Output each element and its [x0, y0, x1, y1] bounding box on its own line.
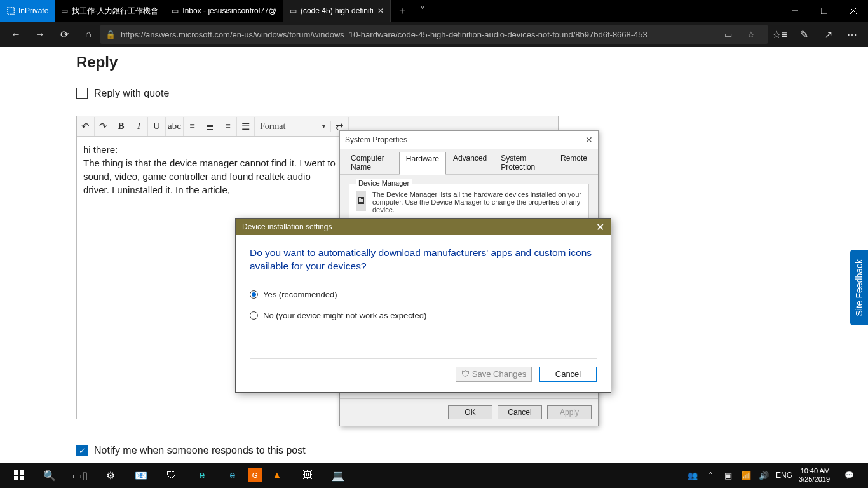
- editor-line: The thing is that the device manager can…: [83, 156, 337, 196]
- device-manager-fieldset: Device Manager 🖥 The Device Manager list…: [349, 184, 589, 220]
- device-installation-titlebar[interactable]: Device installation settings ✕: [236, 219, 611, 235]
- new-tab-button[interactable]: ＋: [391, 0, 414, 22]
- cancel-button[interactable]: Cancel: [539, 367, 597, 382]
- home-button[interactable]: ⌂: [76, 22, 100, 47]
- edge-icon[interactable]: e: [187, 463, 217, 488]
- align-center-button[interactable]: ≣: [201, 117, 219, 136]
- tab-page-icon: ▭: [290, 6, 297, 15]
- save-changes-button[interactable]: 🛡 Save Changes: [456, 367, 532, 382]
- tab-remote[interactable]: Remote: [553, 151, 594, 174]
- bullet-list-button[interactable]: ☰: [237, 117, 255, 136]
- search-button[interactable]: 🔍: [34, 463, 65, 488]
- maximize-button[interactable]: [810, 0, 839, 22]
- underline-button[interactable]: U: [148, 117, 166, 136]
- start-button[interactable]: [4, 463, 34, 488]
- tab-page-icon: ▭: [61, 6, 68, 15]
- language-indicator[interactable]: ENG: [776, 471, 792, 480]
- radio-label: No (your device might not work as expect…: [263, 311, 426, 320]
- chevron-up-icon[interactable]: ˄: [705, 471, 716, 480]
- tab-page-icon: ▭: [172, 6, 179, 15]
- strikethrough-button[interactable]: abc: [166, 117, 184, 136]
- ok-button[interactable]: OK: [448, 405, 492, 419]
- tab-bar: InPrivate ▭找工作-人力銀行工作機會 ▭Inbox - jesusis…: [0, 0, 868, 22]
- align-right-button[interactable]: ≡: [219, 117, 237, 136]
- action-center-icon[interactable]: 💬: [836, 463, 862, 488]
- ie-icon[interactable]: e: [217, 463, 248, 488]
- tab-computer-name[interactable]: Computer Name: [344, 151, 399, 174]
- tab-label: 找工作-人力銀行工作機會: [72, 6, 158, 17]
- radio-icon[interactable]: [250, 311, 258, 320]
- site-feedback-tab[interactable]: Site Feedback: [850, 250, 868, 325]
- svg-rect-0: [8, 8, 15, 15]
- security-icon[interactable]: 🛡: [156, 463, 187, 488]
- date-text: 3/25/2019: [799, 475, 830, 484]
- radio-icon[interactable]: [250, 290, 258, 299]
- reading-view-icon[interactable]: ▭: [717, 30, 740, 39]
- more-icon[interactable]: ⋯: [840, 22, 864, 47]
- notify-checkbox[interactable]: ✓: [76, 445, 88, 456]
- cancel-button[interactable]: Cancel: [498, 405, 542, 419]
- browser-chrome: InPrivate ▭找工作-人力銀行工作機會 ▭Inbox - jesusis…: [0, 0, 868, 47]
- device-manager-text: The Device Manager lists all the hardwar…: [372, 191, 582, 214]
- apply-button[interactable]: Apply: [547, 405, 592, 419]
- lock-icon: 🔒: [105, 30, 116, 39]
- gom-icon[interactable]: G: [248, 468, 262, 482]
- system-tray: 👥 ˄ ▣ 📶 🔊 ENG 10:40 AM 3/25/2019 💬: [687, 463, 864, 488]
- close-icon[interactable]: ✕: [596, 221, 604, 233]
- wifi-icon[interactable]: 📶: [740, 471, 752, 480]
- address-bar[interactable]: 🔒 https://answers.microsoft.com/en-us/wi…: [100, 25, 768, 44]
- tab-system-protection[interactable]: System Protection: [494, 151, 553, 174]
- settings-icon[interactable]: ⚙: [95, 463, 126, 488]
- dialog-title: System Properties: [345, 135, 407, 144]
- tab-0[interactable]: ▭找工作-人力銀行工作機會: [55, 0, 165, 22]
- close-button[interactable]: [839, 0, 868, 22]
- close-icon[interactable]: ✕: [585, 135, 593, 145]
- favorites-hub-icon[interactable]: ☆≡: [768, 22, 792, 47]
- redo-button[interactable]: ↷: [95, 117, 112, 136]
- address-row: ← → ⟳ ⌂ 🔒 https://answers.microsoft.com/…: [0, 22, 868, 47]
- undo-button[interactable]: ↶: [77, 117, 95, 136]
- app-icon-2[interactable]: 💻: [323, 463, 353, 488]
- tab-label: Inbox - jesusisincontrol77@: [182, 6, 276, 15]
- format-select[interactable]: Format: [255, 121, 331, 132]
- notify-row[interactable]: ✓ Notify me when someone responds to thi…: [76, 445, 792, 456]
- tab-hardware[interactable]: Hardware: [399, 152, 446, 175]
- radio-label: Yes (recommended): [263, 290, 337, 299]
- radio-yes[interactable]: Yes (recommended): [250, 290, 597, 299]
- battery-icon[interactable]: ▣: [722, 471, 734, 480]
- forward-button[interactable]: →: [28, 22, 52, 47]
- url-text: https://answers.microsoft.com/en-us/wind…: [121, 30, 717, 39]
- window-controls: [780, 0, 868, 22]
- close-icon[interactable]: ✕: [377, 6, 384, 15]
- time-text: 10:40 AM: [799, 467, 830, 475]
- tab-2[interactable]: ▭(code 45) high definiti✕: [283, 0, 391, 22]
- tab-advanced[interactable]: Advanced: [446, 151, 494, 174]
- mail-icon[interactable]: 📧: [126, 463, 156, 488]
- radio-no[interactable]: No (your device might not work as expect…: [250, 311, 597, 320]
- volume-icon[interactable]: 🔊: [758, 471, 770, 480]
- clock[interactable]: 10:40 AM 3/25/2019: [799, 467, 830, 483]
- bold-button[interactable]: B: [112, 117, 130, 136]
- minimize-button[interactable]: [780, 0, 810, 22]
- system-properties-titlebar[interactable]: System Properties ✕: [340, 131, 598, 149]
- device-installation-question: Do you want to automatically download ma…: [250, 247, 597, 273]
- back-button[interactable]: ←: [4, 22, 28, 47]
- page-title: Reply: [76, 53, 792, 71]
- app-icon[interactable]: 🖼: [292, 463, 323, 488]
- reply-with-quote-checkbox[interactable]: [76, 88, 88, 99]
- vlc-icon[interactable]: ▲: [262, 463, 292, 488]
- favorite-star-icon[interactable]: ☆: [740, 30, 763, 39]
- people-icon[interactable]: 👥: [687, 471, 698, 480]
- share-icon[interactable]: ↗: [816, 22, 840, 47]
- system-properties-tabs: Computer Name Hardware Advanced System P…: [340, 149, 598, 175]
- italic-button[interactable]: I: [130, 117, 148, 136]
- refresh-button[interactable]: ⟳: [52, 22, 76, 47]
- task-view-button[interactable]: ▭▯: [65, 463, 95, 488]
- tabs-overflow-button[interactable]: ˅: [414, 0, 431, 22]
- align-left-button[interactable]: ≡: [184, 117, 201, 136]
- reply-with-quote-row[interactable]: Reply with quote: [76, 88, 792, 99]
- shield-icon: 🛡: [461, 369, 470, 379]
- notes-icon[interactable]: ✎: [792, 22, 816, 47]
- tab-1[interactable]: ▭Inbox - jesusisincontrol77@: [165, 0, 283, 22]
- inprivate-icon: [6, 6, 15, 15]
